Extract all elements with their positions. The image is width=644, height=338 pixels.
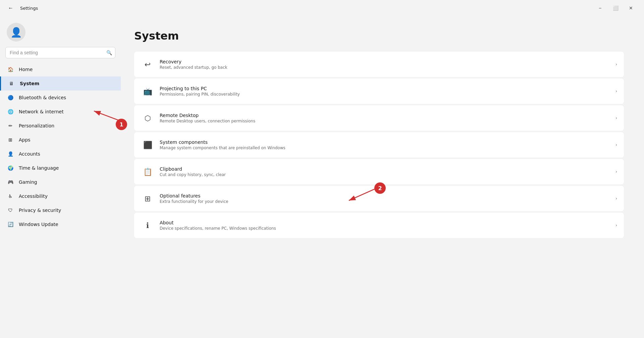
sidebar-item-accounts[interactable]: 👤 Accounts xyxy=(0,147,121,161)
close-button[interactable]: ✕ xyxy=(623,3,639,13)
bluetooth-icon: 🔵 xyxy=(7,94,14,101)
optional-features-chevron: › xyxy=(615,196,617,201)
sidebar-item-bluetooth[interactable]: 🔵 Bluetooth & devices xyxy=(0,91,121,105)
sidebar-item-label-home: Home xyxy=(19,67,33,72)
maximize-button[interactable]: ⬜ xyxy=(608,3,623,13)
clipboard-icon: 📋 xyxy=(141,165,154,178)
sidebar-item-accessibility[interactable]: ♿ Accessibility xyxy=(0,189,121,203)
projecting-desc: Permissions, pairing PIN, discoverabilit… xyxy=(160,92,615,97)
projecting-icon: 📺 xyxy=(141,84,154,98)
clipboard-chevron: › xyxy=(615,169,617,174)
home-icon: 🏠 xyxy=(7,66,14,73)
sidebar-item-label-network: Network & internet xyxy=(19,109,64,114)
window-controls: − ⬜ ✕ xyxy=(592,3,639,13)
system-components-desc: Manage system components that are preins… xyxy=(160,146,615,150)
about-title: About xyxy=(160,220,615,225)
settings-item-clipboard[interactable]: 📋 Clipboard Cut and copy history, sync, … xyxy=(134,159,624,184)
sidebar-item-label-gaming: Gaming xyxy=(19,179,37,185)
recovery-chevron: › xyxy=(615,62,617,67)
network-icon: 🌐 xyxy=(7,108,14,115)
accessibility-icon: ♿ xyxy=(7,192,14,200)
sidebar-item-label-bluetooth: Bluetooth & devices xyxy=(19,95,66,100)
sidebar-item-label-apps: Apps xyxy=(19,137,31,143)
main-content: System ↩ Recovery Reset, advanced startu… xyxy=(121,16,644,338)
minimize-button[interactable]: − xyxy=(592,3,608,13)
sidebar-item-apps[interactable]: ⊞ Apps xyxy=(0,133,121,147)
settings-item-about[interactable]: ℹ About Device specifications, rename PC… xyxy=(134,213,624,238)
sidebar-item-network[interactable]: 🌐 Network & internet xyxy=(0,105,121,119)
projecting-title: Projecting to this PC xyxy=(160,86,615,91)
sidebar-item-label-accounts: Accounts xyxy=(19,151,40,157)
clipboard-title: Clipboard xyxy=(160,166,615,172)
main-content-wrapper: System ↩ Recovery Reset, advanced startu… xyxy=(121,16,644,338)
recovery-title: Recovery xyxy=(160,59,615,64)
optional-features-icon: ⊞ xyxy=(141,192,154,205)
gaming-icon: 🎮 xyxy=(7,178,14,186)
system-icon: 🖥 xyxy=(8,80,15,87)
privacy-icon: 🛡 xyxy=(7,207,14,214)
optional-features-title: Optional features xyxy=(160,193,615,199)
sidebar-item-label-time: Time & language xyxy=(19,165,59,171)
sidebar-item-label-update: Windows Update xyxy=(19,222,58,227)
avatar: 👤 xyxy=(7,23,25,42)
settings-list: ↩ Recovery Reset, advanced startup, go b… xyxy=(134,52,624,238)
system-components-icon: ⬛ xyxy=(141,138,154,152)
remote-desktop-title: Remote Desktop xyxy=(160,113,615,118)
settings-item-system-components[interactable]: ⬛ System components Manage system compon… xyxy=(134,132,624,158)
time-icon: 🌍 xyxy=(7,164,14,172)
settings-item-remote-desktop[interactable]: ⬡ Remote Desktop Remote Desktop users, c… xyxy=(134,105,624,131)
projecting-chevron: › xyxy=(615,89,617,94)
about-chevron: › xyxy=(615,223,617,228)
remote-desktop-icon: ⬡ xyxy=(141,111,154,125)
remote-desktop-chevron: › xyxy=(615,116,617,120)
search-box: 🔍 xyxy=(5,47,115,58)
about-desc: Device specifications, rename PC, Window… xyxy=(160,226,615,231)
sidebar-item-gaming[interactable]: 🎮 Gaming xyxy=(0,175,121,189)
settings-item-optional-features[interactable]: ⊞ Optional features Extra functionality … xyxy=(134,186,624,211)
settings-item-projecting[interactable]: 📺 Projecting to this PC Permissions, pai… xyxy=(134,78,624,104)
about-icon: ℹ xyxy=(141,219,154,232)
sidebar: 👤 🔍 🏠 Home 🖥 System 🔵 Bluetooth & device… xyxy=(0,16,121,231)
sidebar-item-time[interactable]: 🌍 Time & language xyxy=(0,161,121,175)
search-input[interactable] xyxy=(5,47,115,58)
sidebar-item-personalization[interactable]: ✏️ Personalization xyxy=(0,119,121,133)
sidebar-item-label-privacy: Privacy & security xyxy=(19,208,61,213)
search-icon: 🔍 xyxy=(106,50,112,55)
apps-icon: ⊞ xyxy=(7,136,14,144)
optional-features-desc: Extra functionality for your device xyxy=(160,199,615,204)
avatar-icon: 👤 xyxy=(10,27,22,38)
app-title: Settings xyxy=(20,6,38,11)
page-title: System xyxy=(134,30,624,42)
remote-desktop-desc: Remote Desktop users, connection permiss… xyxy=(160,119,615,123)
recovery-desc: Reset, advanced startup, go back xyxy=(160,65,615,70)
update-icon: 🔄 xyxy=(7,221,14,228)
sidebar-item-home[interactable]: 🏠 Home xyxy=(0,62,121,76)
accounts-icon: 👤 xyxy=(7,150,14,158)
clipboard-desc: Cut and copy history, sync, clear xyxy=(160,172,615,177)
recovery-icon: ↩ xyxy=(141,58,154,71)
personalization-icon: ✏️ xyxy=(7,122,14,129)
sidebar-item-privacy[interactable]: 🛡 Privacy & security xyxy=(0,203,121,217)
sidebar-item-label-personalization: Personalization xyxy=(19,123,54,128)
back-button[interactable]: ← xyxy=(5,3,16,13)
sidebar-item-label-system: System xyxy=(20,81,39,86)
sidebar-nav: 🏠 Home 🖥 System 🔵 Bluetooth & devices 🌐 … xyxy=(0,62,121,231)
sidebar-item-label-accessibility: Accessibility xyxy=(19,193,48,199)
title-bar: ← Settings − ⬜ ✕ xyxy=(0,0,644,16)
sidebar-item-system[interactable]: 🖥 System xyxy=(0,76,121,91)
system-components-chevron: › xyxy=(615,143,617,147)
user-avatar-section: 👤 xyxy=(0,16,121,47)
sidebar-item-update[interactable]: 🔄 Windows Update xyxy=(0,217,121,231)
settings-item-recovery[interactable]: ↩ Recovery Reset, advanced startup, go b… xyxy=(134,52,624,77)
system-components-title: System components xyxy=(160,139,615,145)
